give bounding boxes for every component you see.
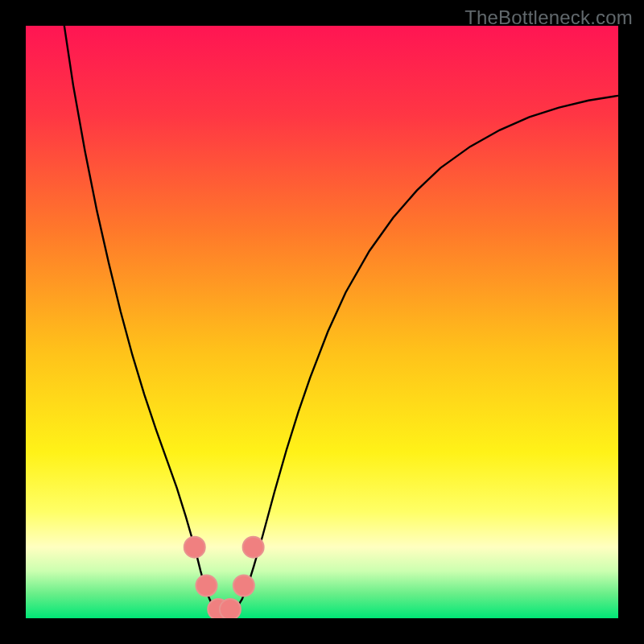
gradient-background xyxy=(26,26,618,618)
chart-frame xyxy=(26,26,618,618)
watermark-text: TheBottleneck.com xyxy=(464,6,633,29)
bottleneck-chart xyxy=(26,26,618,618)
marker-dot xyxy=(243,537,264,558)
marker-dot xyxy=(233,576,254,597)
marker-dot xyxy=(184,537,205,558)
marker-dot xyxy=(196,576,217,597)
marker-dot xyxy=(220,599,241,618)
